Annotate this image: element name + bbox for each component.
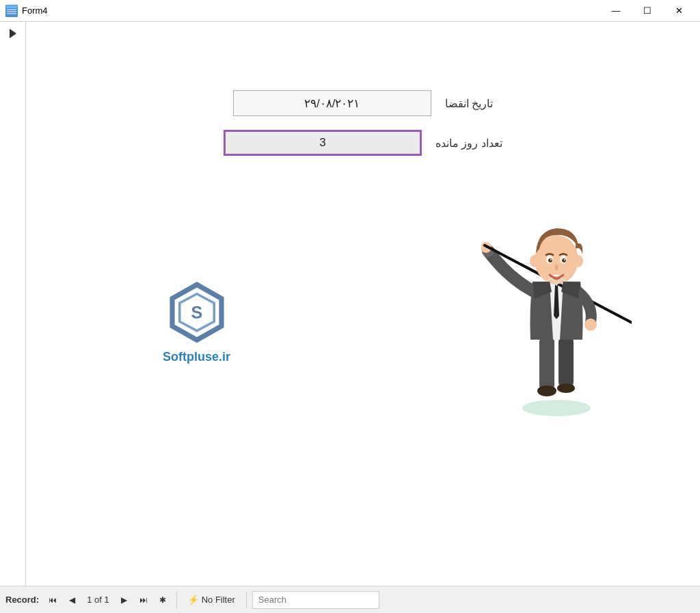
expiry-input[interactable] (233, 90, 431, 116)
sidebar (0, 22, 26, 586)
maximize-button[interactable]: ☐ (632, 0, 663, 22)
status-bar: Record: ⏮ ◀ 1 of 1 ▶ ⏭ ✱ ⚡ No Filter (0, 586, 700, 613)
window-title: Form4 (22, 5, 600, 16)
svg-point-22 (562, 258, 566, 262)
nav-first-button[interactable]: ⏮ (44, 592, 61, 608)
svg-point-21 (548, 258, 552, 262)
window-body: تاریخ انقضا تعداد روز مانده S Softpluse.… (0, 22, 700, 586)
minimize-button[interactable]: — (600, 0, 632, 22)
close-button[interactable]: ✕ (663, 0, 695, 22)
svg-rect-1 (6, 5, 17, 8)
status-divider (176, 592, 177, 608)
nav-prev-button[interactable]: ◀ (64, 592, 80, 608)
search-input[interactable] (252, 591, 379, 609)
svg-rect-9 (539, 336, 554, 391)
svg-point-16 (584, 318, 597, 331)
svg-text:S: S (191, 303, 202, 322)
window-controls: — ☐ ✕ (600, 0, 695, 22)
svg-point-24 (564, 259, 565, 260)
svg-point-11 (537, 385, 556, 396)
logo-text: Softpluse.ir (163, 350, 230, 364)
logo-hex-icon: S (166, 282, 228, 343)
svg-point-25 (530, 255, 539, 267)
svg-point-12 (557, 383, 575, 393)
record-label: Record: (5, 595, 39, 605)
sidebar-arrow-icon (10, 29, 16, 38)
nav-last-button[interactable]: ⏭ (135, 592, 152, 608)
app-icon (5, 5, 18, 17)
svg-rect-10 (558, 336, 574, 387)
svg-point-8 (522, 400, 591, 416)
svg-point-26 (574, 255, 583, 267)
expiry-label: تاریخ انقضا (445, 97, 493, 110)
no-filter-label: No Filter (202, 595, 235, 605)
days-label: تعداد روز مانده (435, 137, 502, 150)
svg-point-23 (550, 259, 552, 260)
form-area: تاریخ انقضا تعداد روز مانده (26, 90, 700, 156)
main-content: تاریخ انقضا تعداد روز مانده S Softpluse.… (26, 22, 700, 586)
record-info: 1 of 1 (87, 595, 109, 605)
presenter-area (481, 172, 632, 421)
status-divider-2 (246, 592, 247, 608)
days-row: تعداد روز مانده (224, 130, 502, 156)
no-filter-button[interactable]: ⚡ No Filter (183, 593, 241, 606)
expiry-row: تاریخ انقضا (233, 90, 493, 116)
filter-icon: ⚡ (188, 595, 199, 605)
presenter-figure-icon (481, 172, 632, 418)
nav-new-button[interactable]: ✱ (154, 592, 171, 608)
nav-next-button[interactable]: ▶ (116, 592, 133, 608)
days-input[interactable] (224, 130, 422, 156)
logo-area: S Softpluse.ir (163, 282, 230, 364)
title-bar: Form4 — ☐ ✕ (0, 0, 700, 22)
